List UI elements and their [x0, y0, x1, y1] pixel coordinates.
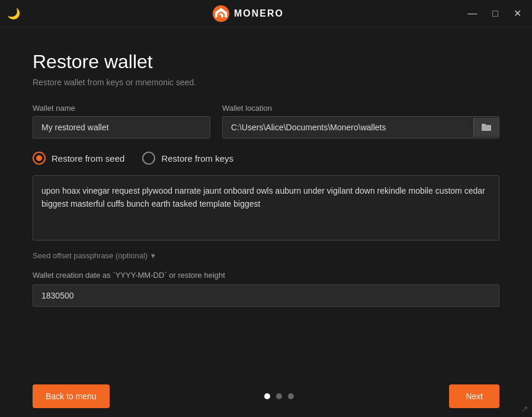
wallet-name-input[interactable] [33, 116, 210, 139]
app-title: MONERO [234, 8, 284, 19]
wallet-name-group: Wallet name [33, 104, 210, 139]
maximize-button[interactable]: □ [489, 7, 502, 20]
browse-button[interactable] [473, 118, 499, 137]
seed-textarea[interactable]: upon hoax vinegar request plywood narrat… [33, 175, 499, 240]
titlebar: 🌙 MONERO — □ ✕ [0, 0, 532, 27]
folder-icon [481, 123, 492, 132]
resize-handle[interactable]: ↗ [521, 404, 528, 413]
page-title: Restore wallet [33, 51, 499, 73]
minimize-button[interactable]: — [464, 7, 480, 20]
titlebar-left: 🌙 [7, 7, 31, 20]
wallet-location-label: Wallet location [222, 104, 499, 113]
moon-icon: 🌙 [7, 7, 20, 20]
wallet-name-label: Wallet name [33, 104, 210, 113]
close-button[interactable]: ✕ [510, 7, 525, 20]
pagination-dot-1 [264, 393, 270, 399]
wallet-location-wrapper [222, 116, 499, 139]
main-content: Restore wallet Restore wallet from keys … [0, 27, 532, 325]
next-button[interactable]: Next [449, 384, 499, 408]
restore-height-label: Wallet creation date as `YYYY-MM-DD` or … [33, 271, 499, 280]
wallet-form-row: Wallet name Wallet location [33, 104, 499, 139]
wallet-location-group: Wallet location [222, 104, 499, 139]
pagination-dot-2 [276, 393, 282, 399]
titlebar-center: MONERO [213, 5, 284, 22]
passphrase-toggle[interactable]: Seed offset passphrase (optional) ▾ [33, 251, 499, 260]
monero-logo-icon [213, 5, 229, 22]
passphrase-label: Seed offset passphrase (optional) [33, 251, 148, 260]
restore-height-input[interactable] [33, 284, 499, 307]
titlebar-controls: — □ ✕ [466, 7, 525, 20]
wallet-location-input[interactable] [223, 117, 473, 138]
footer: Back to menu Next [0, 376, 532, 417]
back-to-menu-button[interactable]: Back to menu [33, 384, 110, 408]
pagination-dot-3 [288, 393, 294, 399]
pagination-dots [264, 393, 294, 399]
page-subtitle: Restore wallet from keys or mnemonic see… [33, 78, 499, 87]
restore-from-keys-option[interactable]: Restore from keys [142, 152, 233, 165]
restore-seed-label: Restore from seed [52, 153, 124, 163]
restore-type-row: Restore from seed Restore from keys [33, 152, 499, 165]
restore-seed-radio-dot [36, 155, 42, 161]
restore-keys-label: Restore from keys [161, 153, 233, 163]
restore-seed-radio[interactable] [33, 152, 46, 165]
chevron-down-icon: ▾ [151, 251, 155, 260]
restore-from-seed-option[interactable]: Restore from seed [33, 152, 124, 165]
restore-keys-radio[interactable] [142, 152, 155, 165]
